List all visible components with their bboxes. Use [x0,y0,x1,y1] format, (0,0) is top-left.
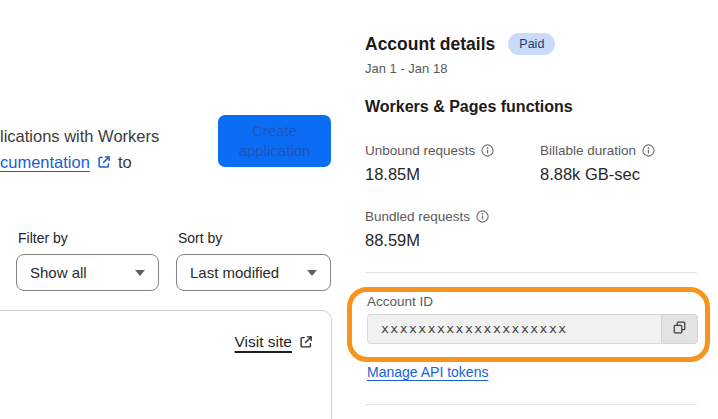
filter-dropdown-value: Show all [30,264,87,281]
info-icon[interactable] [642,144,655,157]
metric-label-billable: Billable duration [540,143,655,158]
divider [365,404,697,405]
create-application-button[interactable]: Create application [218,115,331,167]
visit-site-label: Visit site [235,333,292,351]
info-icon[interactable] [481,144,494,157]
intro-line1: lications with Workers [0,123,159,149]
metric-value-bundled: 88.59M [365,231,420,250]
workers-pages-dashboard: lications with Workers cumentation to Cr… [0,0,718,419]
chevron-down-icon [135,270,145,276]
metric-label-bundled: Bundled requests [365,209,489,224]
account-id-field-group: xxxxxxxxxxxxxxxxxxxx [367,314,698,344]
metric-label-unbound: Unbound requests [365,143,494,158]
visit-site-link[interactable]: Visit site [235,333,313,351]
documentation-link[interactable]: cumentation [0,149,90,175]
account-details-header: Account details Paid [365,33,555,55]
sort-dropdown-value: Last modified [190,264,279,281]
external-link-icon [299,335,313,349]
copy-icon [672,320,687,338]
functions-section-heading: Workers & Pages functions [365,98,573,116]
chevron-down-icon [307,270,317,276]
date-range: Jan 1 - Jan 18 [365,61,447,76]
metric-value-unbound: 18.85M [365,165,420,184]
account-id-label: Account ID [367,294,433,309]
filter-dropdown[interactable]: Show all [16,254,159,291]
manage-api-tokens-link[interactable]: Manage API tokens [367,364,488,380]
sort-dropdown[interactable]: Last modified [176,254,331,291]
info-icon[interactable] [476,210,489,223]
sort-by-label: Sort by [178,230,222,246]
account-details-title: Account details [365,34,495,55]
plan-badge: Paid [508,33,555,55]
intro-suffix: to [118,149,132,175]
divider [365,272,697,273]
account-id-input[interactable]: xxxxxxxxxxxxxxxxxxxx [367,314,661,344]
filter-by-label: Filter by [18,230,68,246]
copy-button[interactable] [661,314,698,344]
metric-value-billable: 8.88k GB-sec [540,165,640,184]
project-card: Visit site [0,310,332,419]
external-link-icon [97,155,111,169]
intro-text: lications with Workers cumentation to [0,123,159,175]
